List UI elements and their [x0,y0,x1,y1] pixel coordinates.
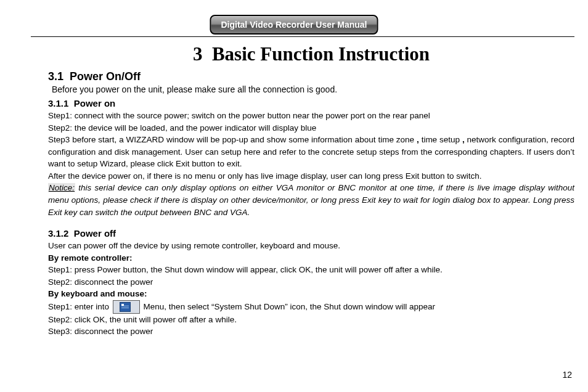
km-step2: Step2: click OK, the unit will power off… [48,314,574,326]
comma-2: , [462,135,465,144]
subsection-number: 3.1.1 [48,98,68,108]
content-area: 3 Basic Function Instruction 3.1 Power O… [48,41,574,338]
chapter-number: 3 [193,43,203,65]
step2-text: Step2: the device will be loaded, and th… [48,122,574,134]
step1-text: Step1: connect with the source power; sw… [48,110,574,122]
poweroff-intro: User can power off the device by using r… [48,240,574,252]
chapter-title: 3 Basic Function Instruction [48,43,574,65]
section-3-1-2-heading: 3.1.2 Power off [48,228,574,239]
chapter-name: Basic Function Instruction [212,43,430,65]
notice-label: Notice: [48,183,75,192]
after-text: After the device power on, if there is n… [48,170,574,182]
notice-text: Notice: this serial device can only disp… [48,182,574,218]
section-title: Power On/Off [70,70,141,83]
remote-step1: Step1: press Power button, the Shut down… [48,264,574,276]
manual-page: Digital Video Recorder User Manual 3 Bas… [0,0,588,392]
section-number: 3.1 [48,70,63,83]
section-3-1-1-heading: 3.1.1 Power on [48,98,574,108]
subsection-title: Power on [74,98,116,108]
km-step1: Step1: enter into Menu, then select “Sys… [48,300,574,314]
section-3-1-intro: Before you power on the unit, please mak… [52,84,574,94]
header-badge: Digital Video Recorder User Manual [210,15,378,35]
remote-step2: Step2: disconnect the power [48,276,574,288]
header-title: Digital Video Recorder User Manual [221,20,367,30]
step3-part-b: time setup [422,135,460,144]
section-3-1-heading: 3.1 Power On/Off [48,70,574,83]
remote-label: By remote controller: [48,252,574,264]
comma-1: , [417,135,419,144]
subsection-title: Power off [74,228,116,239]
section-3-1-1-body: Step1: connect with the source power; sw… [48,110,574,218]
menu-icon [113,300,140,314]
km-step1-b: Menu, then select “System Shut Down” ico… [144,301,436,311]
page-number: 12 [562,370,572,380]
subsection-number: 3.1.2 [48,228,68,239]
keyboard-mouse-label: By keyboard and mouse: [48,288,574,300]
header-divider [31,36,574,37]
section-3-1-2-body: User can power off the device by using r… [48,240,574,338]
step3-part-a: Step3 before start, a WIZZARD window wil… [48,135,414,144]
step3-text: Step3 before start, a WIZZARD window wil… [48,134,574,170]
km-step1-a: Step1: enter into [48,301,112,311]
km-step3: Step3: disconnect the power [48,325,574,338]
notice-body: this serial device can only display opti… [48,183,574,216]
